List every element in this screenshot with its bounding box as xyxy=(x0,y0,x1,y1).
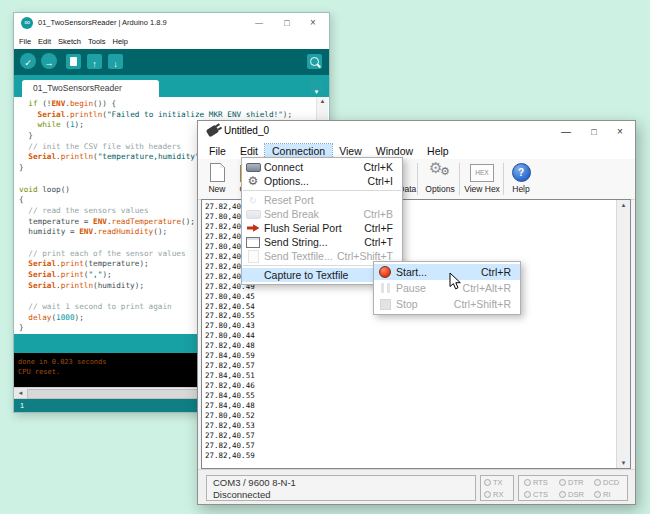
terminal-line: 27.84,40.51 xyxy=(205,371,255,381)
led-ri: RI xyxy=(591,488,626,500)
view-hex-button[interactable]: HEXView Hex xyxy=(461,161,503,197)
arduino-titlebar[interactable]: ∞ 01_TwoSensorsReader | Arduino 1.8.9 xyxy=(14,13,329,33)
record-icon xyxy=(374,266,396,278)
menu-item-pause[interactable]: PauseCtrl+Alt+R xyxy=(374,280,520,296)
close-button[interactable] xyxy=(611,123,629,140)
code-token: (! xyxy=(38,99,52,108)
code-token: ); xyxy=(283,110,292,119)
chevron-down-icon[interactable] xyxy=(310,80,323,93)
menu-item-reset-port[interactable]: Reset Port xyxy=(242,193,402,207)
close-button[interactable] xyxy=(305,16,321,30)
menu-item-label: Flush Serial Port xyxy=(264,222,364,234)
minimize-button[interactable] xyxy=(557,123,575,140)
led-indicator-icon xyxy=(559,491,566,498)
code-token: (); xyxy=(181,217,195,226)
led-column: DTRDSR xyxy=(556,476,591,500)
code-token: ENV xyxy=(93,217,107,226)
code-token: Serial xyxy=(38,110,66,119)
save-button[interactable] xyxy=(108,54,123,69)
coolterm-app-icon xyxy=(206,125,220,138)
menu-item-label: Send Break xyxy=(264,208,364,220)
help-button[interactable]: ?Help xyxy=(505,161,537,197)
menu-file[interactable]: File xyxy=(202,144,233,158)
sketch-tab[interactable]: 01_TwoSensorsReader xyxy=(22,80,159,97)
scroll-up-icon[interactable] xyxy=(317,98,328,104)
led-label: CTS xyxy=(533,490,548,499)
menu-item-stop[interactable]: StopCtrl+Shift+R xyxy=(374,296,520,312)
scroll-left-icon[interactable] xyxy=(15,388,26,398)
signal-led-box: RTSCTSDTRDSRDCDRI xyxy=(518,475,628,501)
connect-icon xyxy=(246,163,261,172)
code-token: ); xyxy=(102,270,111,279)
code-token xyxy=(19,270,28,279)
code-token: while xyxy=(38,120,61,129)
serial-monitor-button[interactable] xyxy=(307,54,322,69)
menu-connection[interactable]: Connection xyxy=(265,144,332,158)
arduino-toolbar xyxy=(14,49,329,75)
menu-file[interactable]: File xyxy=(19,37,31,46)
menu-view[interactable]: View xyxy=(332,144,369,158)
maximize-button[interactable] xyxy=(279,16,295,30)
send-textfile-icon xyxy=(248,250,259,263)
code-token: 1000 xyxy=(56,313,75,322)
verify-button[interactable] xyxy=(20,53,36,69)
menu-item-options[interactable]: Options...Ctrl+I xyxy=(242,174,402,188)
scroll-down-icon[interactable] xyxy=(617,460,630,466)
code-token: (temperature); xyxy=(84,259,149,268)
code-token: ()) { xyxy=(93,99,116,108)
led-indicator-icon xyxy=(484,479,491,486)
terminal-line: 27.82,40.46 xyxy=(205,381,255,391)
menu-item-flush-serial-port[interactable]: Flush Serial PortCtrl+F xyxy=(242,221,402,235)
port-status-box: COM3 / 9600 8-N-1 Disconnected xyxy=(206,475,476,501)
menu-item-send-string[interactable]: Send String...Ctrl+T xyxy=(242,235,402,249)
scroll-up-icon[interactable] xyxy=(617,202,630,208)
options-button[interactable]: Options xyxy=(419,161,461,197)
coolterm-titlebar[interactable]: Untitled_0 xyxy=(198,121,635,142)
menu-edit[interactable]: Edit xyxy=(38,37,51,46)
menu-window[interactable]: Window xyxy=(369,144,420,158)
menu-tools[interactable]: Tools xyxy=(88,37,106,46)
code-token: loop() xyxy=(38,185,70,194)
terminal-line: 27.80,40.44 xyxy=(205,331,255,341)
new-sketch-button[interactable] xyxy=(66,54,81,69)
line-number: 1 xyxy=(20,401,24,410)
minimize-button[interactable] xyxy=(251,16,267,30)
save-icon xyxy=(113,53,118,71)
led-indicator-icon xyxy=(524,491,531,498)
code-token: "Failed to initialize MKR ENV shield!" xyxy=(107,110,283,119)
upload-button[interactable] xyxy=(41,53,57,69)
new-sketch-icon xyxy=(70,57,77,66)
maximize-button[interactable] xyxy=(585,123,603,140)
options-gears-icon-wrap xyxy=(419,161,461,184)
terminal-line: 27.84,40.48 xyxy=(205,401,255,411)
led-rx: RX xyxy=(481,488,513,500)
terminal-line: 27.84,40.55 xyxy=(205,391,255,401)
gear-icon xyxy=(248,174,259,188)
menu-help[interactable]: Help xyxy=(420,144,456,158)
upload-icon xyxy=(45,52,54,70)
terminal-scrollbar[interactable] xyxy=(616,200,630,468)
hex-icon-wrap: HEX xyxy=(461,161,503,184)
menu-item-start[interactable]: Start...Ctrl+R xyxy=(374,264,520,280)
menu-shortcut: Ctrl+I xyxy=(368,175,393,187)
open-button[interactable] xyxy=(87,54,102,69)
toolbar-separator xyxy=(417,163,418,195)
led-label: RX xyxy=(493,490,503,499)
code-token: ENV xyxy=(79,227,93,236)
code-token: } xyxy=(19,323,24,332)
menu-shortcut: Ctrl+Shift+R xyxy=(454,298,511,310)
code-token: "temperature,humidity" xyxy=(98,152,200,161)
toolbar-separator xyxy=(459,163,460,195)
new-button[interactable]: New xyxy=(202,161,232,197)
menu-item-send-break[interactable]: Send BreakCtrl+B xyxy=(242,207,402,221)
led-label: DSR xyxy=(568,490,584,499)
code-token xyxy=(19,110,38,119)
menu-item-connect[interactable]: ConnectCtrl+K xyxy=(242,160,402,174)
menu-item-label: Send Textfile... xyxy=(264,250,337,262)
code-token: println xyxy=(61,152,93,161)
code-token: print xyxy=(61,270,84,279)
menu-edit[interactable]: Edit xyxy=(233,144,265,158)
menu-item-label: Connect xyxy=(264,161,364,173)
menu-sketch[interactable]: Sketch xyxy=(58,37,81,46)
menu-help[interactable]: Help xyxy=(112,37,127,46)
